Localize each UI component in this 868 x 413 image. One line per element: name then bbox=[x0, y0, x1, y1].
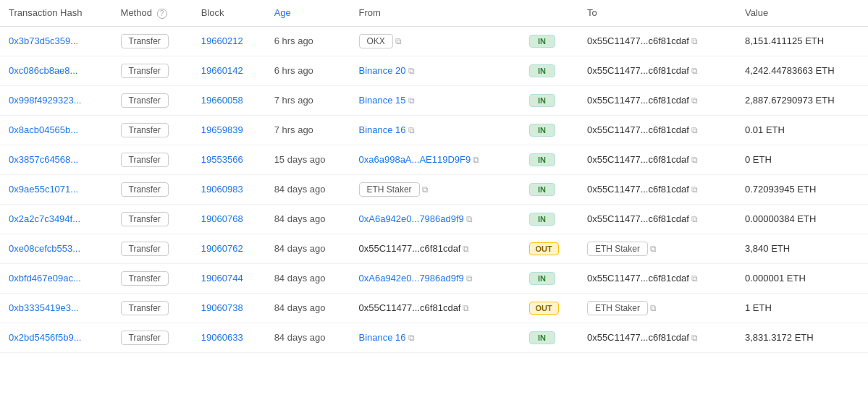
to-copy-icon[interactable]: ⧉ bbox=[691, 155, 698, 165]
tx-hash-cell: 0x998f4929323... bbox=[0, 85, 112, 115]
direction-badge: OUT bbox=[529, 302, 559, 315]
block-cell: 19660058 bbox=[193, 85, 266, 115]
from-link[interactable]: 0xA6a942e0...7986ad9f9 bbox=[359, 213, 464, 224]
from-copy-icon[interactable]: ⧉ bbox=[466, 214, 473, 224]
block-link[interactable]: 19660058 bbox=[201, 95, 243, 106]
from-cell: 0xA6a942e0...7986ad9f9⧉ bbox=[350, 204, 521, 234]
age-cell: 6 hrs ago bbox=[266, 26, 350, 56]
to-cell: 0x55C11477...c6f81cdaf⧉ bbox=[578, 323, 736, 352]
tx-hash-cell: 0xe08cefcb553... bbox=[0, 234, 112, 263]
tx-hash-link[interactable]: 0xe08cefcb553... bbox=[9, 243, 80, 254]
block-cell: 19060983 bbox=[193, 174, 266, 204]
col-header-tx-hash: Transaction Hash bbox=[0, 0, 112, 26]
to-copy-icon[interactable]: ⧉ bbox=[691, 66, 698, 76]
to-badge: ETH Staker bbox=[587, 301, 648, 315]
value-text: 2,887.67290973 ETH bbox=[745, 95, 835, 106]
value-cell: 3,840 ETH bbox=[736, 234, 868, 263]
tx-hash-cell: 0xc086cb8ae8... bbox=[0, 56, 112, 85]
direction-cell: IN bbox=[521, 56, 578, 85]
tx-hash-link[interactable]: 0xbfd467e09ac... bbox=[9, 273, 81, 284]
block-link[interactable]: 19060768 bbox=[201, 213, 243, 224]
table-row: 0xc086cb8ae8...Transfer196601426 hrs ago… bbox=[0, 56, 868, 85]
to-copy-icon[interactable]: ⧉ bbox=[691, 184, 698, 195]
tx-hash-link[interactable]: 0x3857c64568... bbox=[9, 154, 78, 165]
age-cell: 6 hrs ago bbox=[266, 56, 350, 85]
col-header-direction bbox=[521, 0, 578, 26]
method-badge: Transfer bbox=[121, 93, 169, 108]
block-link[interactable]: 19060744 bbox=[201, 273, 243, 284]
from-cell: ETH Staker⧉ bbox=[350, 174, 521, 204]
from-link[interactable]: 0xa6a998aA...AE119D9F9 bbox=[359, 154, 471, 165]
direction-cell: IN bbox=[521, 115, 578, 145]
tx-hash-link[interactable]: 0xb3335419e3... bbox=[9, 302, 79, 313]
tx-hash-link[interactable]: 0x998f4929323... bbox=[9, 95, 81, 106]
to-copy-icon[interactable]: ⧉ bbox=[691, 214, 698, 224]
block-link[interactable]: 19660212 bbox=[201, 35, 243, 46]
block-link[interactable]: 19060633 bbox=[201, 332, 243, 343]
value-text: 0.72093945 ETH bbox=[745, 184, 816, 195]
tx-hash-link[interactable]: 0x2a2c7c3494f... bbox=[9, 213, 80, 224]
from-copy-icon[interactable]: ⧉ bbox=[463, 244, 469, 254]
method-info-icon[interactable]: ? bbox=[157, 9, 167, 19]
to-copy-icon[interactable]: ⧉ bbox=[691, 95, 698, 106]
age-cell: 7 hrs ago bbox=[266, 115, 350, 145]
tx-hash-link[interactable]: 0x9ae55c1071... bbox=[9, 184, 78, 195]
value-cell: 0.00000384 ETH bbox=[736, 204, 868, 234]
to-copy-icon[interactable]: ⧉ bbox=[691, 36, 698, 46]
from-copy-icon[interactable]: ⧉ bbox=[408, 125, 415, 135]
tx-hash-link[interactable]: 0x2bd5456f5b9... bbox=[9, 332, 81, 343]
age-cell: 15 days ago bbox=[266, 145, 350, 174]
block-cell: 19659839 bbox=[193, 115, 266, 145]
value-text: 3,831.3172 ETH bbox=[745, 332, 814, 343]
tx-hash-cell: 0x9ae55c1071... bbox=[0, 174, 112, 204]
from-copy-icon[interactable]: ⧉ bbox=[408, 333, 415, 343]
block-link[interactable]: 19660142 bbox=[201, 65, 243, 76]
direction-cell: IN bbox=[521, 323, 578, 352]
from-copy-icon[interactable]: ⧉ bbox=[395, 36, 402, 46]
col-header-age[interactable]: Age bbox=[266, 0, 350, 26]
value-text: 0.00000384 ETH bbox=[745, 213, 816, 224]
from-link[interactable]: Binance 16 bbox=[359, 124, 406, 135]
block-link[interactable]: 19553566 bbox=[201, 154, 243, 165]
to-copy-icon[interactable]: ⧉ bbox=[650, 244, 657, 254]
block-link[interactable]: 19060983 bbox=[201, 184, 243, 195]
tx-hash-link[interactable]: 0xc086cb8ae8... bbox=[9, 65, 77, 76]
from-link[interactable]: Binance 20 bbox=[359, 65, 406, 76]
value-text: 3,840 ETH bbox=[745, 243, 790, 254]
method-cell: Transfer bbox=[112, 204, 193, 234]
col-header-to: To bbox=[578, 0, 736, 26]
method-cell: Transfer bbox=[112, 115, 193, 145]
to-copy-icon[interactable]: ⧉ bbox=[650, 303, 657, 313]
to-copy-icon[interactable]: ⧉ bbox=[691, 333, 698, 343]
method-badge: Transfer bbox=[121, 34, 169, 48]
method-cell: Transfer bbox=[112, 56, 193, 85]
from-address: 0x55C11477...c6f81cdaf bbox=[359, 302, 461, 313]
from-link[interactable]: 0xA6a942e0...7986ad9f9 bbox=[359, 273, 464, 284]
method-cell: Transfer bbox=[112, 145, 193, 174]
from-link[interactable]: Binance 16 bbox=[359, 332, 406, 343]
block-link[interactable]: 19060738 bbox=[201, 302, 243, 313]
block-cell: 19553566 bbox=[193, 145, 266, 174]
block-link[interactable]: 19060762 bbox=[201, 243, 243, 254]
tx-hash-link[interactable]: 0x8acb04565b... bbox=[9, 124, 78, 135]
from-copy-icon[interactable]: ⧉ bbox=[408, 66, 415, 76]
from-copy-icon[interactable]: ⧉ bbox=[473, 155, 479, 165]
tx-hash-link[interactable]: 0x3b73d5c359... bbox=[9, 35, 78, 46]
block-link[interactable]: 19659839 bbox=[201, 124, 243, 135]
age-cell: 84 days ago bbox=[266, 263, 350, 293]
to-cell: 0x55C11477...c6f81cdaf⧉ bbox=[578, 85, 736, 115]
direction-badge: IN bbox=[529, 124, 555, 137]
to-cell: 0x55C11477...c6f81cdaf⧉ bbox=[578, 174, 736, 204]
age-text: 15 days ago bbox=[274, 154, 326, 165]
from-copy-icon[interactable]: ⧉ bbox=[463, 303, 469, 313]
from-copy-icon[interactable]: ⧉ bbox=[422, 184, 429, 195]
direction-badge: IN bbox=[529, 153, 555, 166]
from-copy-icon[interactable]: ⧉ bbox=[408, 95, 415, 106]
direction-badge: IN bbox=[529, 272, 555, 285]
from-badge: ETH Staker bbox=[359, 182, 420, 197]
from-link[interactable]: Binance 15 bbox=[359, 95, 406, 106]
value-cell: 0.72093945 ETH bbox=[736, 174, 868, 204]
from-copy-icon[interactable]: ⧉ bbox=[466, 273, 473, 284]
to-copy-icon[interactable]: ⧉ bbox=[691, 273, 698, 284]
to-copy-icon[interactable]: ⧉ bbox=[691, 125, 698, 135]
